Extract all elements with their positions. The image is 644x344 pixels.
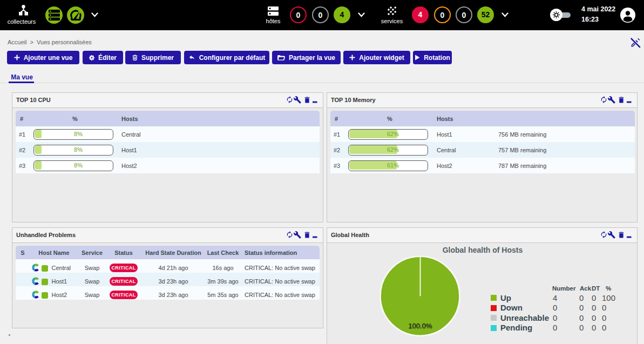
svg-text:100.0%: 100.0%	[408, 322, 432, 330]
